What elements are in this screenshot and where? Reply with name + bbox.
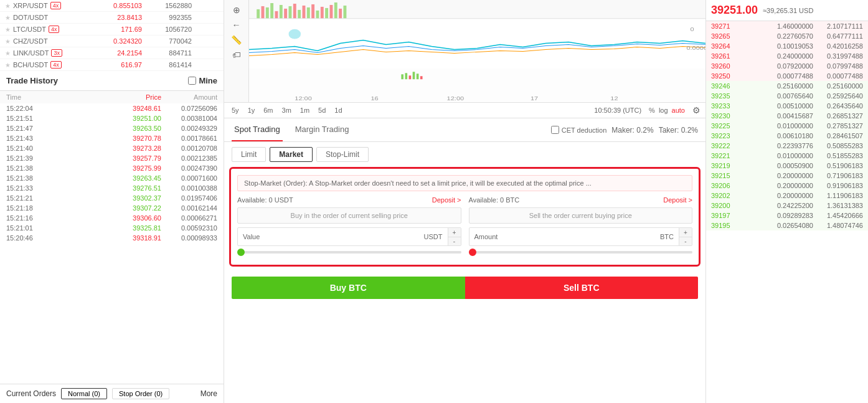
arrow-left-icon[interactable]: ← [232, 20, 241, 30]
buy-slider-handle[interactable] [237, 249, 245, 256]
period-6m[interactable]: 6m [261, 105, 275, 115]
sell-slider-track[interactable] [469, 251, 693, 254]
chart-svg: 12:00 16 12:00 17 12 0 0.0000 [249, 0, 705, 102]
trade-time: 15:21:21 [6, 194, 50, 202]
stop-market-info: Stop-Market (Order): A Stop-Market order… [237, 175, 692, 191]
coin-row[interactable]: ★ BCH/USDT 4x 616.97 861414 [0, 59, 224, 71]
ob-total: 0.26435640 [813, 102, 863, 110]
trade-amount: 0.01957406 [161, 194, 217, 202]
order-book-row: 39264 0.10019053 0.42016258 [706, 41, 868, 51]
ob-amount: 0.24000000 [755, 52, 813, 60]
sell-amount-input-row[interactable]: Amount BTC + - [469, 227, 693, 246]
period-5y[interactable]: 5y [229, 105, 242, 115]
tag-icon[interactable]: 🏷 [232, 50, 241, 60]
svg-rect-4 [266, 7, 269, 19]
normal-orders-tab[interactable]: Normal (0) [61, 388, 107, 399]
ob-amount: 0.20000000 [755, 172, 813, 179]
trade-time: 15:20:46 [6, 234, 50, 242]
svg-rect-7 [280, 5, 283, 19]
spot-trading-tab[interactable]: Spot Trading [232, 118, 283, 141]
coin-badge: 4x [49, 26, 60, 33]
buy-value-increment[interactable]: + [448, 228, 461, 237]
buy-value-decrement[interactable]: - [448, 237, 461, 245]
order-book-row: 39235 0.00765640 0.25925640 [706, 91, 868, 101]
coin-price: 0.855103 [80, 2, 142, 9]
sell-amount-increment[interactable]: + [679, 228, 692, 237]
sell-btc-button[interactable]: Sell BTC [465, 277, 699, 299]
period-1y[interactable]: 1y [245, 105, 258, 115]
period-5d[interactable]: 5d [316, 105, 328, 115]
order-book-row: 39202 0.20000000 1.11906183 [706, 191, 868, 201]
coin-row[interactable]: ★ LTC/USDT 4x 171.69 1056720 [0, 24, 224, 36]
stop-order-tab[interactable]: Stop Order (0) [112, 388, 169, 399]
right-panel: 39251.00 ≈39,265.31 USD 39271 1.46000000… [706, 0, 868, 403]
trade-amount: 0.00066271 [161, 214, 217, 222]
ob-total: 2.10717111 [813, 22, 863, 30]
limit-order-btn[interactable]: Limit [232, 147, 266, 162]
star-icon: ★ [5, 14, 11, 21]
period-1d[interactable]: 1d [332, 105, 344, 115]
coin-volume: 861414 [142, 61, 192, 69]
ob-total: 0.71906183 [813, 172, 863, 179]
trade-price: 39273.28 [50, 145, 161, 152]
ob-price: 39264 [711, 42, 755, 50]
ob-total: 0.51855283 [813, 152, 863, 159]
margin-trading-tab[interactable]: Margin Trading [293, 118, 352, 141]
time-controls: 5y 1y 6m 3m 1m 5d 1d 10:50:39 (UTC) % lo… [224, 103, 705, 118]
cet-deduction-checkbox[interactable] [551, 126, 559, 134]
trade-time: 15:21:01 [6, 224, 50, 232]
ob-total: 0.50855283 [813, 142, 863, 149]
cet-deduction-label[interactable]: CET deduction [551, 126, 607, 134]
buy-slider-track[interactable] [237, 251, 461, 254]
buy-btc-button[interactable]: Buy BTC [232, 277, 465, 299]
trade-amount: 0.07256096 [161, 105, 217, 112]
trade-price: 39302.37 [50, 194, 161, 202]
trade-amount: 0.00162144 [161, 204, 217, 212]
stop-limit-order-btn[interactable]: Stop-Limit [316, 147, 369, 162]
coin-row[interactable]: ★ CHZ/USDT 0.324320 770042 [0, 36, 224, 47]
ob-amount: 0.00077488 [755, 72, 813, 80]
coin-row[interactable]: ★ DOT/USDT 23.8413 992355 [0, 12, 224, 24]
period-1m[interactable]: 1m [298, 105, 312, 115]
trade-row: 15:21:38 39263.45 0.00071600 [0, 173, 224, 183]
buy-deposit-link[interactable]: Deposit > [432, 196, 461, 204]
coin-price: 171.69 [80, 26, 142, 33]
coin-row[interactable]: ★ XRP/USDT 4x 0.855103 1562880 [0, 0, 224, 12]
ruler-icon[interactable]: 📏 [231, 35, 242, 45]
ob-total: 1.48074746 [813, 222, 863, 229]
mine-checkbox-label[interactable]: Mine [188, 76, 217, 85]
svg-text:12: 12 [610, 95, 618, 102]
log-option[interactable]: log [659, 107, 668, 114]
sell-amount-decrement[interactable]: - [679, 237, 692, 245]
market-order-btn[interactable]: Market [270, 147, 313, 162]
buy-value-input-row[interactable]: Value USDT + - [237, 227, 461, 246]
svg-text:12:00: 12:00 [447, 95, 465, 102]
trade-price: 39248.61 [50, 105, 161, 112]
ob-amount: 0.07920000 [755, 62, 813, 70]
ob-price: 39219 [711, 162, 755, 169]
svg-rect-5 [270, 3, 273, 19]
ob-total: 0.07997488 [813, 62, 863, 70]
star-icon: ★ [5, 50, 11, 57]
period-3m[interactable]: 3m [280, 105, 294, 115]
trade-time: 15:21:40 [6, 145, 50, 152]
ob-price: 39250 [711, 72, 755, 80]
ob-price: 39260 [711, 62, 755, 70]
order-book-row: 39230 0.00415687 0.26851327 [706, 111, 868, 121]
coin-row[interactable]: ★ LINK/USDT 3x 24.2154 884711 [0, 47, 224, 59]
ob-total: 0.27851327 [813, 122, 863, 130]
more-button[interactable]: More [200, 389, 217, 398]
buy-value-input[interactable] [265, 230, 418, 243]
crosshair-icon[interactable]: ⊕ [233, 5, 240, 15]
order-book-row: 39222 0.22393776 0.50855283 [706, 141, 868, 151]
sell-deposit-link[interactable]: Deposit > [663, 196, 692, 204]
settings-icon[interactable]: ⚙ [692, 105, 701, 115]
percent-option[interactable]: % [649, 107, 655, 114]
trade-amount: 0.00381004 [161, 115, 217, 122]
sell-slider-handle[interactable] [469, 249, 476, 256]
ob-price: 39271 [711, 22, 755, 30]
svg-rect-9 [289, 6, 292, 19]
mine-checkbox[interactable] [188, 77, 196, 85]
sell-amount-input[interactable] [502, 230, 655, 243]
auto-option[interactable]: auto [672, 107, 685, 114]
